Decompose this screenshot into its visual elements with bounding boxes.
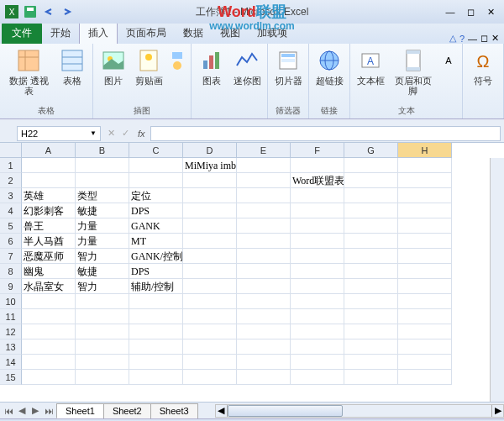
cell-E5[interactable]: [237, 218, 291, 234]
cell-D14[interactable]: [183, 355, 237, 370]
cell-D12[interactable]: [183, 324, 237, 339]
cell-A13[interactable]: [22, 339, 76, 355]
cell-A12[interactable]: [22, 324, 76, 339]
cell-E4[interactable]: [237, 203, 291, 218]
cell-F7[interactable]: [291, 249, 344, 264]
row-header-7[interactable]: 7: [0, 249, 22, 264]
cell-H6[interactable]: [398, 234, 452, 249]
cell-G10[interactable]: [344, 294, 398, 309]
cell-F14[interactable]: [291, 355, 344, 370]
row-header-3[interactable]: 3: [0, 188, 22, 203]
cell-A4[interactable]: 幻影刺客: [22, 203, 76, 218]
cell-A9[interactable]: 水晶室女: [22, 279, 76, 294]
row-header-9[interactable]: 9: [0, 279, 22, 294]
header-footer-button[interactable]: 页眉和页脚: [391, 47, 435, 103]
cell-B1[interactable]: [76, 158, 129, 173]
cell-A8[interactable]: 幽鬼: [22, 264, 76, 279]
cell-H1[interactable]: [398, 158, 452, 173]
cell-A7[interactable]: 恶魔巫师: [22, 249, 76, 264]
symbol-button[interactable]: Ω符号: [468, 47, 498, 115]
cell-E8[interactable]: [237, 264, 291, 279]
row-header-1[interactable]: 1: [0, 158, 22, 173]
row-header-12[interactable]: 12: [0, 324, 22, 339]
cell-G13[interactable]: [344, 339, 398, 355]
cell-E11[interactable]: [237, 309, 291, 324]
row-header-10[interactable]: 10: [0, 294, 22, 309]
cell-B14[interactable]: [76, 355, 129, 370]
cell-G9[interactable]: [344, 279, 398, 294]
cell-B6[interactable]: 力量: [76, 234, 129, 249]
maximize-icon[interactable]: ◻: [462, 3, 479, 20]
cell-G8[interactable]: [344, 264, 398, 279]
cell-C11[interactable]: [129, 309, 183, 324]
cell-G14[interactable]: [344, 355, 398, 370]
save-icon[interactable]: [22, 3, 39, 20]
cell-C13[interactable]: [129, 339, 183, 355]
cell-E9[interactable]: [237, 279, 291, 294]
cell-E3[interactable]: [237, 188, 291, 203]
cell-A5[interactable]: 兽王: [22, 218, 76, 234]
ribbon-close-icon[interactable]: ✕: [491, 33, 499, 44]
cell-C4[interactable]: DPS: [129, 203, 183, 218]
cell-C6[interactable]: MT: [129, 234, 183, 249]
column-header-F[interactable]: F: [291, 143, 344, 158]
cell-G7[interactable]: [344, 249, 398, 264]
cell-E12[interactable]: [237, 324, 291, 339]
row-header-15[interactable]: 15: [0, 370, 22, 385]
slicer-button[interactable]: 切片器: [273, 47, 303, 103]
cell-B13[interactable]: [76, 339, 129, 355]
cell-D2[interactable]: [183, 173, 237, 188]
cell-F5[interactable]: [291, 218, 344, 234]
cell-F6[interactable]: [291, 234, 344, 249]
cell-C5[interactable]: GANK: [129, 218, 183, 234]
cell-C1[interactable]: [129, 158, 183, 173]
column-header-C[interactable]: C: [129, 143, 183, 158]
hyperlink-button[interactable]: 超链接: [314, 47, 344, 103]
row-header-2[interactable]: 2: [0, 173, 22, 188]
cell-D6[interactable]: [183, 234, 237, 249]
row-header-4[interactable]: 4: [0, 203, 22, 218]
cell-C7[interactable]: GANK/控制: [129, 249, 183, 264]
close-icon[interactable]: ✕: [482, 3, 499, 20]
row-header-8[interactable]: 8: [0, 264, 22, 279]
cell-H12[interactable]: [398, 324, 452, 339]
clipart-button[interactable]: 剪贴画: [134, 47, 164, 103]
cell-E6[interactable]: [237, 234, 291, 249]
formula-input[interactable]: [150, 126, 501, 141]
cell-B4[interactable]: 敏捷: [76, 203, 129, 218]
row-header-13[interactable]: 13: [0, 339, 22, 355]
cell-G11[interactable]: [344, 309, 398, 324]
cell-H8[interactable]: [398, 264, 452, 279]
column-header-B[interactable]: B: [76, 143, 129, 158]
prev-sheet-icon[interactable]: ◀: [15, 404, 29, 418]
sheet-tab-Sheet2[interactable]: Sheet2: [103, 403, 151, 418]
horizontal-scrollbar[interactable]: ◀ ▶: [215, 404, 504, 418]
cell-D11[interactable]: [183, 309, 237, 324]
cell-D1[interactable]: MiMiya imba: [183, 158, 237, 173]
cell-D15[interactable]: [183, 370, 237, 385]
cell-B9[interactable]: 智力: [76, 279, 129, 294]
column-header-G[interactable]: G: [344, 143, 398, 158]
sheet-tab-Sheet1[interactable]: Sheet1: [56, 403, 104, 418]
cell-D13[interactable]: [183, 339, 237, 355]
cell-H10[interactable]: [398, 294, 452, 309]
cell-G1[interactable]: [344, 158, 398, 173]
cell-H15[interactable]: [398, 370, 452, 385]
cell-A15[interactable]: [22, 370, 76, 385]
tab-page-layout[interactable]: 页面布局: [118, 23, 175, 44]
cell-H5[interactable]: [398, 218, 452, 234]
cell-C9[interactable]: 辅助/控制: [129, 279, 183, 294]
row-header-5[interactable]: 5: [0, 218, 22, 234]
cell-F1[interactable]: [291, 158, 344, 173]
row-header-14[interactable]: 14: [0, 355, 22, 370]
cell-G2[interactable]: [344, 173, 398, 188]
ribbon-restore-icon[interactable]: ◻: [480, 33, 488, 44]
column-header-D[interactable]: D: [183, 143, 237, 158]
cell-A6[interactable]: 半人马酋: [22, 234, 76, 249]
column-header-E[interactable]: E: [237, 143, 291, 158]
cell-C2[interactable]: [129, 173, 183, 188]
spreadsheet-grid[interactable]: ABCDEFGH 123456789101112131415 MiMiya im…: [0, 143, 504, 402]
sparkline-button[interactable]: 迷你图: [232, 47, 262, 115]
cell-G12[interactable]: [344, 324, 398, 339]
cell-B15[interactable]: [76, 370, 129, 385]
